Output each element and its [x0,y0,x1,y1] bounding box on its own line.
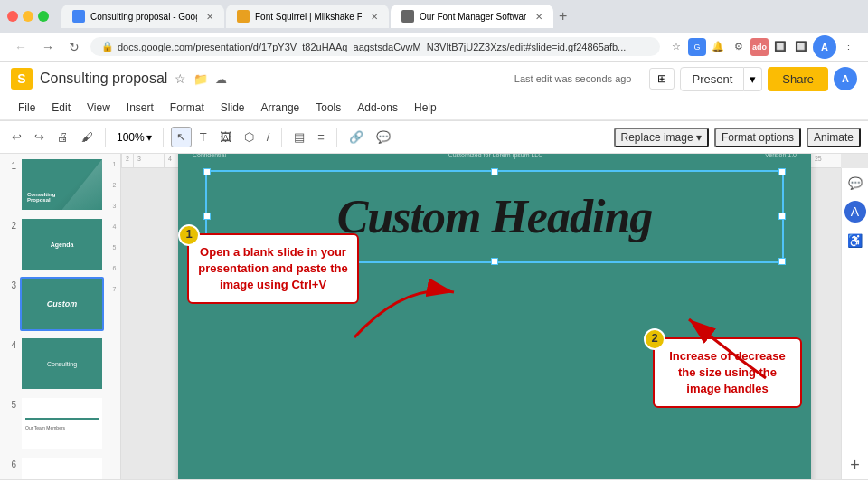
handle-mid-left[interactable] [203,213,211,220]
folder-icon[interactable]: 📁 [193,72,208,86]
slide-thumb-2[interactable]: 2 Agenda [4,217,104,271]
tab-slides[interactable]: Consulting proposal - Google ... ✕ [61,5,224,28]
present-button-group: Present ▾ [680,67,762,91]
slide-thumb-1[interactable]: 1 ConsultingProposal [4,157,104,212]
line-tool[interactable]: / [262,128,275,147]
cloud-icon[interactable]: ☁ [215,72,227,86]
sidebar-comments-btn[interactable]: 💬 [844,172,866,194]
handle-top-mid[interactable] [491,168,498,175]
arrow-1-svg [350,274,458,346]
slide-preview-5[interactable]: Our Team Members [20,396,104,450]
slide-preview-6[interactable]: Preliminary Ideas [20,456,104,479]
sidebar-chat-btn[interactable]: A [844,201,866,223]
forward-button[interactable]: → [38,36,58,58]
shapes-tool[interactable]: ⬡ [240,128,259,147]
redo-button[interactable]: ↪ [30,128,49,147]
handle-top-right[interactable] [778,168,786,175]
extension1-icon[interactable]: G [688,38,706,56]
extension6-icon[interactable]: 🔲 [792,38,810,56]
extension4-icon[interactable]: ado [750,38,769,56]
ruler-mark-7: 7 [113,286,117,292]
extension2-icon[interactable]: 🔔 [709,38,727,56]
extension5-icon[interactable]: 🔲 [771,38,789,56]
tab-fontsquirrel-label: Font Squirrel | Milkshake Font ... [255,12,362,22]
menu-format[interactable]: Format [163,98,212,118]
menu-edit[interactable]: Edit [44,98,78,118]
tab-slides-close[interactable]: ✕ [206,12,213,22]
profile-avatar[interactable]: A [813,35,836,59]
slide-preview-2[interactable]: Agenda [20,217,104,271]
tab-fontmanager-close[interactable]: ✕ [535,12,542,22]
menu-dots-icon[interactable]: ⋮ [839,38,857,56]
star-icon[interactable]: ☆ [175,71,186,86]
close-button[interactable] [7,11,18,22]
paint-format-button[interactable]: 🖌 [77,128,98,147]
ruler-mark-6: 6 [113,265,117,271]
minimize-button[interactable] [23,11,33,22]
text-box-tool[interactable]: ▤ [289,128,309,147]
menu-tools[interactable]: Tools [308,98,348,118]
handle-bottom-right[interactable] [778,258,786,265]
slide-preview-3[interactable]: Custom [20,277,104,331]
slide-num-5: 5 [4,400,16,410]
tab-fontmanager[interactable]: Our Font Manager Software | E... ✕ [391,5,553,28]
slide-preview-4[interactable]: Consulting [20,336,104,391]
zoom-dropdown[interactable]: 100% ▾ [113,129,156,146]
link-tool[interactable]: 🔗 [344,128,368,147]
slide-background: Confidential Customized for Lorem Ipsum … [178,154,811,479]
ruler-mark-5: 5 [113,244,117,251]
image-tool[interactable]: 🖼 [215,128,236,147]
address-field[interactable]: 🔒 docs.google.com/presentation/d/17pY3V_… [90,37,660,56]
replace-image-button[interactable]: Replace image ▾ [614,128,709,147]
present-dropdown[interactable]: ▾ [744,67,762,91]
sidebar-plus-btn[interactable]: + [844,454,866,476]
tab-fontsquirrel[interactable]: Font Squirrel | Milkshake Font ... ✕ [226,5,389,28]
menu-slide[interactable]: Slide [213,98,252,118]
comment-tool[interactable]: 💬 [372,128,395,147]
menu-help[interactable]: Help [407,98,444,118]
menu-insert[interactable]: Insert [119,98,161,118]
tab-fontsquirrel-close[interactable]: ✕ [371,12,378,22]
slide-header-center: Customized for Lorem Ipsum LLC [448,154,543,158]
slides-icon-inner: S [17,71,25,86]
align-tool[interactable]: ≡ [313,128,329,147]
left-ruler: 1 2 3 4 5 6 7 [108,154,121,479]
slide-thumb-4[interactable]: 4 Consulting [4,336,104,391]
bookmark-icon[interactable]: ☆ [667,38,685,56]
slide-thumb-6[interactable]: 6 Preliminary Ideas [4,456,104,479]
refresh-button[interactable]: ↻ [65,36,83,58]
main-area: 1 ConsultingProposal 2 Agenda 3 Custom [0,154,868,479]
separator3 [281,128,282,147]
animate-button[interactable]: Animate [807,128,861,147]
back-button[interactable]: ← [11,36,31,58]
menu-addons[interactable]: Add-ons [350,98,405,118]
slideshow-button[interactable]: ⊞ [649,68,675,90]
menu-file[interactable]: File [11,98,42,118]
slide-preview-1[interactable]: ConsultingProposal [20,157,104,212]
tab-fontmanager-label: Our Font Manager Software | E... [420,12,526,22]
slide-thumb-3[interactable]: 3 Custom [4,277,104,331]
slide-thumb-5[interactable]: 5 Our Team Members [4,396,104,450]
share-button[interactable]: Share [768,67,828,91]
slide-image-2: Agenda [22,219,102,270]
document-title[interactable]: Consulting proposal [40,71,167,87]
slides-favicon [72,10,85,23]
menu-view[interactable]: View [80,98,118,118]
cursor-tool[interactable]: ↖ [171,127,192,147]
undo-button[interactable]: ↩ [7,128,26,147]
traffic-lights [7,11,49,22]
menu-arrange[interactable]: Arrange [254,98,307,118]
handle-bottom-mid[interactable] [491,258,498,265]
handle-mid-right[interactable] [778,213,786,220]
maximize-button[interactable] [38,11,49,22]
format-options-button[interactable]: Format options [714,128,801,147]
user-avatar[interactable]: A [834,67,857,90]
sidebar-accessibility-btn[interactable]: ♿ [844,230,866,251]
slide-heading-text: Custom Heading [337,190,653,243]
print-button[interactable]: 🖨 [52,128,73,147]
text-tool[interactable]: T [195,128,212,147]
extension3-icon[interactable]: ⚙ [730,38,748,56]
new-tab-button[interactable]: + [555,5,571,28]
present-button[interactable]: Present [680,67,744,91]
handle-top-left[interactable] [203,168,211,175]
